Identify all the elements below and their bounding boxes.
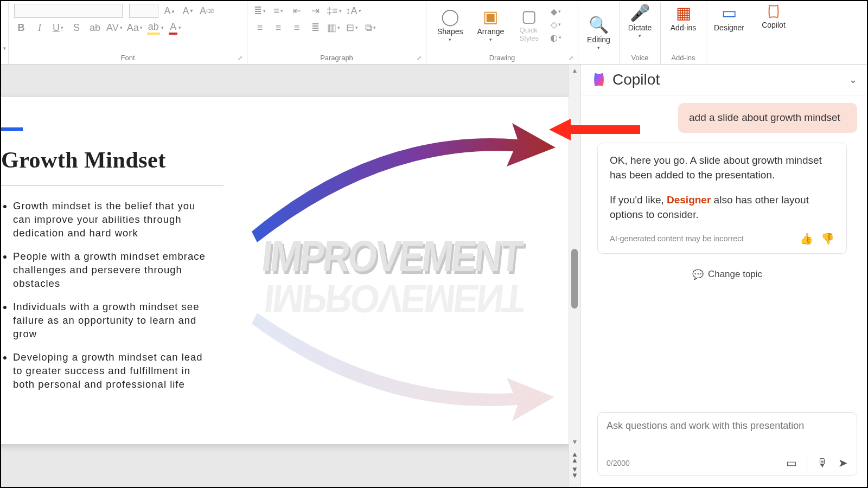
thumbs-down-icon[interactable]: 👎: [821, 231, 834, 247]
book-icon[interactable]: ▭: [786, 457, 797, 470]
copilot-logo-icon: [591, 72, 607, 88]
editing-button[interactable]: 🔍 Editing ▾: [580, 2, 617, 63]
designer-link[interactable]: Designer: [667, 194, 711, 206]
copilot-body: add a slide about growth mindset OK, her…: [581, 95, 867, 404]
chat-icon: 💬: [692, 269, 704, 280]
slide-bullet-list[interactable]: Growth mindset is the belief that you ca…: [1, 200, 213, 391]
align-center-icon[interactable]: ≡: [271, 20, 285, 35]
list-item[interactable]: Individuals with a growth mindset see fa…: [13, 300, 213, 341]
mic-icon: 🎤: [630, 3, 650, 22]
increase-indent-icon[interactable]: ⇥: [308, 3, 322, 18]
ribbon-sliver[interactable]: ▾: [1, 2, 9, 64]
change-topic-label: Change topic: [708, 269, 762, 280]
smartart-button[interactable]: ⧉▾: [363, 20, 378, 35]
font-color-button[interactable]: A▾: [168, 20, 182, 35]
improvement-text: IMPROVEMENT: [259, 232, 525, 280]
shadow-button[interactable]: S: [69, 20, 84, 35]
copilot-header: Copilot ⌄: [581, 65, 867, 95]
find-icon: 🔍: [589, 15, 609, 34]
vertical-scrollbar[interactable]: ▲ ▼ ▲ ▲ ▼ ▼: [569, 65, 580, 487]
align-text-button[interactable]: ⊟▾: [345, 20, 359, 35]
columns-button[interactable]: ▥▾: [327, 20, 341, 35]
shape-fill-button[interactable]: ◆▾: [548, 5, 563, 17]
list-item[interactable]: Developing a growth mindset can lead to …: [13, 351, 213, 391]
font-dialog-launcher[interactable]: ⤢: [238, 55, 242, 62]
chevron-down-icon[interactable]: ⌄: [849, 74, 857, 86]
decrease-font-icon[interactable]: A▼: [181, 3, 195, 18]
justify-icon[interactable]: ≣: [308, 20, 322, 35]
quick-styles-icon: ▢: [521, 7, 537, 25]
designer-group: ▭ Designer: [706, 2, 752, 64]
user-message: add a slide about growth mindset: [678, 103, 857, 133]
clear-formatting-icon[interactable]: A⌫: [200, 3, 214, 18]
ai-disclaimer: AI-generated content may be incorrect: [610, 233, 744, 245]
shapes-button[interactable]: ◯ Shapes ▾: [432, 6, 468, 43]
numbering-button[interactable]: ≡▾: [271, 3, 285, 18]
copilot-input[interactable]: [607, 420, 848, 451]
shape-effects-button[interactable]: ◐▾: [548, 31, 563, 43]
bold-button[interactable]: B: [14, 20, 28, 35]
slide[interactable]: Growth Mindset Growth mindset is the bel…: [1, 97, 569, 444]
editing-label: Editing: [587, 35, 610, 44]
line-spacing-button[interactable]: ‡≡▾: [327, 3, 342, 18]
ribbon: ▾ A▲ A▼ A⌫ B I U▾ S ab AV▾ Aa▾ ab▾ A▾: [1, 1, 867, 65]
char-counter: 0/2000: [607, 459, 630, 467]
scroll-up-icon[interactable]: ▲: [572, 65, 578, 76]
scroll-thumb[interactable]: [571, 249, 578, 309]
change-topic-button[interactable]: 💬 Change topic: [597, 264, 857, 286]
list-item[interactable]: Growth mindset is the belief that you ca…: [13, 200, 213, 240]
change-case-button[interactable]: Aa▾: [127, 20, 143, 35]
drawing-dialog-launcher[interactable]: ⤢: [569, 55, 573, 62]
svg-text:IMPROVEMENT: IMPROVEMENT: [262, 277, 527, 320]
ai-message: OK, here you go. A slide about growth mi…: [597, 143, 847, 254]
copilot-ribbon-group: Copilot: [752, 2, 795, 64]
prev-slide-icon-2[interactable]: ▲: [571, 456, 578, 464]
highlight-button[interactable]: ab▾: [147, 20, 164, 35]
italic-button[interactable]: I: [33, 20, 47, 35]
scroll-down-icon[interactable]: ▼: [572, 436, 578, 448]
addins-label: Add-ins: [671, 23, 696, 32]
copilot-panel: Copilot ⌄ add a slide about growth minds…: [580, 65, 867, 487]
slide-image[interactable]: IMPROVEMENT IMPROVEMENT IMPROVEMENT: [235, 107, 561, 432]
underline-button[interactable]: U▾: [51, 20, 65, 35]
slide-canvas[interactable]: Growth Mindset Growth mindset is the bel…: [1, 65, 569, 487]
dictate-button[interactable]: 🎤 Dictate ▾: [622, 2, 658, 40]
arrange-button[interactable]: ▣ Arrange ▾: [471, 6, 509, 43]
addins-icon: ▦: [676, 3, 691, 22]
designer-button[interactable]: ▭ Designer: [709, 2, 750, 33]
slide-accent: [1, 127, 23, 131]
designer-label: Designer: [714, 23, 744, 32]
ai-text-2: If you'd like, Designer also has other l…: [610, 192, 834, 222]
quick-styles-label: Quick Styles: [520, 27, 539, 42]
voice-group: 🎤 Dictate ▾ Voice: [620, 2, 661, 64]
text-direction-button[interactable]: ↕A▾: [346, 3, 361, 18]
copilot-input-container: 0/2000 ▭ 🎙 ➤: [597, 412, 857, 476]
quick-styles-button[interactable]: ▢ Quick Styles: [513, 5, 545, 43]
scroll-track[interactable]: [569, 76, 580, 436]
list-item[interactable]: People with a growth mindset embrace cha…: [13, 250, 213, 291]
align-right-icon[interactable]: ≡: [290, 20, 304, 35]
font-name-combo[interactable]: [14, 4, 123, 18]
char-spacing-button[interactable]: AV▾: [106, 20, 123, 35]
bullets-button[interactable]: ≣▾: [253, 3, 267, 18]
font-size-combo[interactable]: [129, 4, 158, 18]
copilot-title: Copilot: [612, 71, 844, 88]
copilot-ribbon-button[interactable]: Copilot: [754, 2, 793, 30]
shape-outline-button[interactable]: ◇▾: [548, 18, 563, 30]
paragraph-group: ≣▾ ≡▾ ⇤ ⇥ ‡≡▾ ↕A▾ ≡ ≡ ≡ ≣ ▥▾ ⊟▾ ⧉▾ Parag…: [247, 2, 426, 64]
dictate-label: Dictate: [628, 23, 652, 32]
addins-button[interactable]: ▦ Add-ins: [663, 2, 704, 33]
thumbs-up-icon[interactable]: 👍: [800, 231, 813, 247]
increase-font-icon[interactable]: A▲: [163, 3, 177, 18]
font-group-label: Font: [120, 54, 135, 62]
mic-icon[interactable]: 🎙: [817, 457, 828, 470]
drawing-group: ◯ Shapes ▾ ▣ Arrange ▾ ▢ Quick Styles ◆▾…: [426, 2, 578, 64]
strikethrough-button[interactable]: ab: [88, 20, 102, 35]
align-left-icon[interactable]: ≡: [253, 20, 267, 35]
arrange-icon: ▣: [483, 7, 498, 26]
arrange-label: Arrange: [477, 27, 504, 36]
decrease-indent-icon[interactable]: ⇤: [290, 3, 304, 18]
paragraph-dialog-launcher[interactable]: ⤢: [417, 55, 422, 62]
next-slide-icon-2[interactable]: ▼: [571, 471, 578, 479]
send-icon[interactable]: ➤: [838, 457, 848, 470]
